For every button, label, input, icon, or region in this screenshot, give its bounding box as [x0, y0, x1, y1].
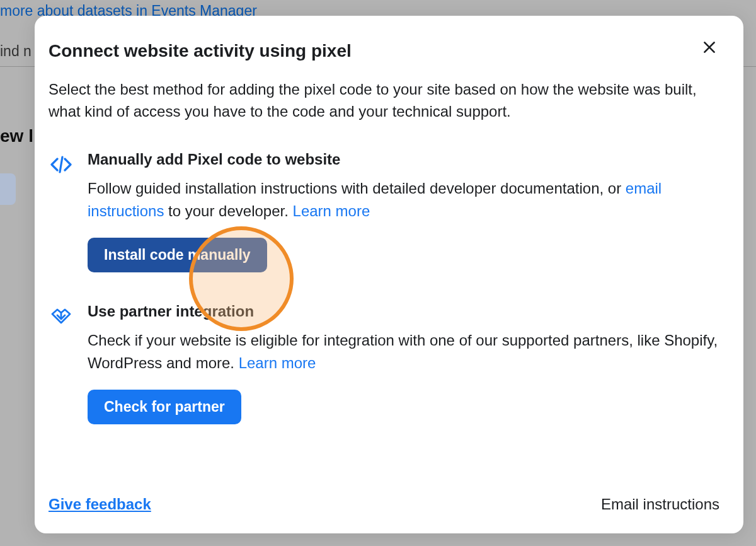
option-partner-title: Use partner integration: [88, 303, 719, 320]
handshake-icon: [49, 304, 74, 329]
code-icon: [49, 152, 74, 177]
check-for-partner-button[interactable]: Check for partner: [88, 390, 241, 424]
option-partner: Use partner integration Check if your we…: [49, 303, 719, 424]
connect-pixel-modal: Connect website activity using pixel Sel…: [35, 16, 743, 533]
option-manual-content: Manually add Pixel code to website Follo…: [88, 151, 719, 272]
learn-more-partner-link[interactable]: Learn more: [239, 354, 316, 371]
learn-more-manual-link[interactable]: Learn more: [293, 202, 370, 219]
modal-footer: Give feedback Email instructions: [49, 482, 719, 513]
modal-header: Connect website activity using pixel: [49, 41, 719, 61]
install-code-manually-button[interactable]: Install code manually: [88, 238, 267, 272]
option-manual-text: Follow guided installation instructions …: [88, 177, 719, 223]
close-icon: [701, 37, 718, 61]
option-partner-content: Use partner integration Check if your we…: [88, 303, 719, 424]
option-manual: Manually add Pixel code to website Follo…: [49, 151, 719, 272]
svg-line-2: [60, 157, 62, 172]
option-manual-title: Manually add Pixel code to website: [88, 151, 719, 168]
modal-title: Connect website activity using pixel: [49, 41, 352, 61]
give-feedback-link[interactable]: Give feedback: [49, 496, 151, 513]
option-partner-text: Check if your website is eligible for in…: [88, 329, 719, 375]
email-instructions-button[interactable]: Email instructions: [601, 496, 719, 513]
close-button[interactable]: [699, 38, 719, 59]
modal-description: Select the best method for adding the pi…: [49, 79, 719, 123]
